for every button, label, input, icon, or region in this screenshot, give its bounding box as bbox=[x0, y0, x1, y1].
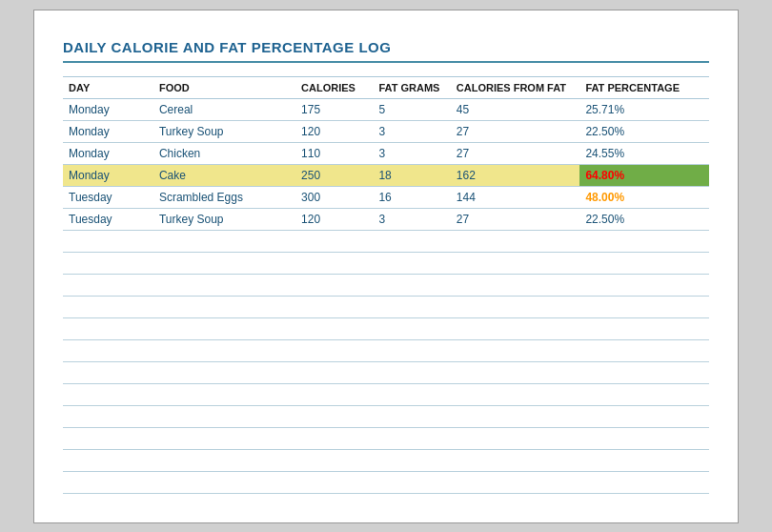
cell-food: Turkey Soup bbox=[153, 120, 295, 142]
table-header-row: DAY FOOD CALORIES FAT GRAMS CALORIES FRO… bbox=[63, 76, 709, 98]
table-row: TuesdayTurkey Soup12032722.50% bbox=[63, 208, 709, 230]
cell-fat-percentage: 22.50% bbox=[579, 120, 709, 142]
cell-day: Tuesday bbox=[63, 208, 153, 230]
table-row-empty bbox=[63, 361, 709, 383]
col-header-calories: CALORIES bbox=[295, 76, 373, 98]
table-row: MondayTurkey Soup12032722.50% bbox=[63, 120, 709, 142]
cell-calories: 110 bbox=[295, 142, 373, 164]
col-header-fat-percentage: FAT PERCENTAGE bbox=[579, 76, 709, 98]
cell-fat-percentage: 48.00% bbox=[579, 186, 709, 208]
table-row-empty bbox=[63, 339, 709, 361]
col-header-calories-from-fat: CALORIES FROM FAT bbox=[451, 76, 580, 98]
cell-calories: 175 bbox=[295, 98, 373, 120]
table-row-empty bbox=[63, 296, 709, 317]
table-row: MondayCake2501816264.80% bbox=[63, 164, 709, 186]
table-row: MondayCereal17554525.71% bbox=[63, 98, 709, 120]
cell-calories-from_fat: 144 bbox=[451, 186, 580, 208]
table-row-empty bbox=[63, 252, 709, 274]
cell-day: Monday bbox=[63, 142, 153, 164]
table-row: TuesdayScrambled Eggs3001614448.00% bbox=[63, 186, 709, 208]
cell-calories: 300 bbox=[295, 186, 373, 208]
cell-day: Monday bbox=[63, 98, 153, 120]
table-row-empty bbox=[63, 383, 709, 405]
col-header-day: DAY bbox=[63, 76, 153, 98]
cell-calories-from_fat: 27 bbox=[451, 208, 580, 230]
cell-day: Tuesday bbox=[63, 186, 153, 208]
cell-day: Monday bbox=[63, 164, 153, 186]
cell-fat-percentage: 64.80% bbox=[579, 164, 709, 186]
cell-fat-grams: 3 bbox=[373, 142, 450, 164]
cell-calories-from_fat: 162 bbox=[451, 164, 580, 186]
cell-calories: 120 bbox=[295, 208, 373, 230]
col-header-fat-grams: FAT GRAMS bbox=[373, 76, 450, 98]
cell-calories: 250 bbox=[295, 164, 373, 186]
calorie-log-table: DAY FOOD CALORIES FAT GRAMS CALORIES FRO… bbox=[63, 76, 709, 494]
table-row-empty bbox=[63, 274, 709, 296]
cell-fat-percentage: 25.71% bbox=[579, 98, 709, 120]
table-row-empty bbox=[63, 230, 709, 252]
cell-day: Monday bbox=[63, 120, 153, 142]
cell-calories-from_fat: 27 bbox=[451, 120, 580, 142]
title-divider bbox=[63, 61, 709, 63]
cell-food: Chicken bbox=[153, 142, 295, 164]
cell-fat-grams: 18 bbox=[373, 164, 450, 186]
col-header-food: FOOD bbox=[153, 76, 295, 98]
cell-fat-percentage: 24.55% bbox=[579, 142, 709, 164]
cell-calories-from_fat: 45 bbox=[451, 98, 580, 120]
table-row-empty bbox=[63, 427, 709, 449]
cell-calories: 120 bbox=[295, 120, 373, 142]
spreadsheet: DAILY CALORIE AND FAT PERCENTAGE LOG DAY… bbox=[33, 10, 739, 523]
cell-fat-grams: 5 bbox=[373, 98, 450, 120]
cell-food: Scrambled Eggs bbox=[153, 186, 295, 208]
cell-food: Cereal bbox=[153, 98, 295, 120]
cell-fat-grams: 3 bbox=[373, 208, 450, 230]
table-row-empty bbox=[63, 449, 709, 471]
page-title: DAILY CALORIE AND FAT PERCENTAGE LOG bbox=[63, 39, 709, 55]
cell-food: Turkey Soup bbox=[153, 208, 295, 230]
cell-food: Cake bbox=[153, 164, 295, 186]
cell-fat-grams: 3 bbox=[373, 120, 450, 142]
cell-calories-from_fat: 27 bbox=[451, 142, 580, 164]
cell-fat-percentage: 22.50% bbox=[579, 208, 709, 230]
table-row-empty bbox=[63, 471, 709, 493]
cell-fat-grams: 16 bbox=[373, 186, 450, 208]
table-row-empty bbox=[63, 405, 709, 427]
table-row: MondayChicken11032724.55% bbox=[63, 142, 709, 164]
table-row-empty bbox=[63, 317, 709, 339]
